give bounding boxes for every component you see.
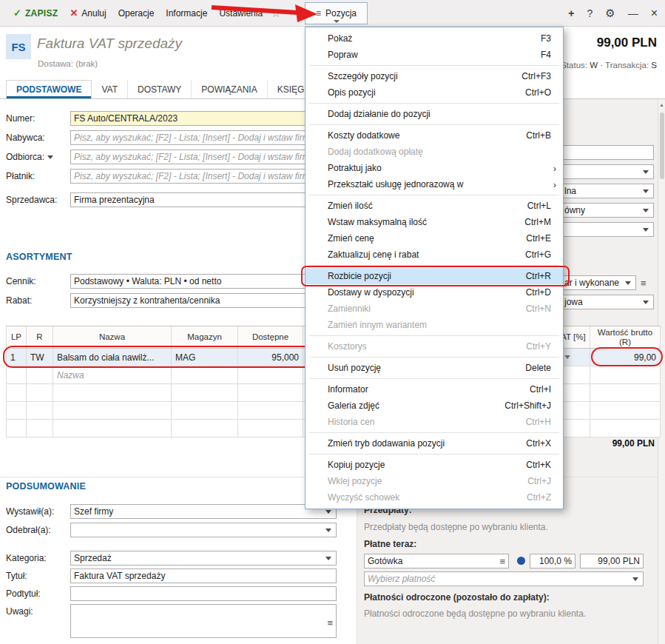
- hamburger-icon[interactable]: ≡: [499, 555, 505, 568]
- chevron-down-icon: [643, 189, 649, 193]
- chevron-down-icon: [643, 301, 649, 304]
- tab-podstawowe[interactable]: PODSTAWOWE: [6, 80, 92, 98]
- przedplaty-note: Przedpłaty będą dostępne po wybraniu kli…: [364, 522, 548, 532]
- help-icon[interactable]: ?: [587, 7, 593, 19]
- operations-menu-button[interactable]: Operacje: [112, 2, 161, 24]
- delivery-subtitle: Dostawa: (brak): [38, 59, 98, 68]
- scrollbar-thumb[interactable]: [660, 113, 664, 179]
- kategoria-label: Kategoria:: [6, 553, 47, 563]
- cancel-x-icon: ✕: [70, 7, 78, 19]
- information-menu-button[interactable]: Informacje: [160, 2, 213, 24]
- col-header-dostepne[interactable]: Dostępne: [238, 326, 303, 348]
- wystawil-select[interactable]: Szef firmy: [70, 504, 337, 519]
- menu-item-zmien-tryb[interactable]: Zmień tryb dodawania pozycjiCtrl+X: [306, 435, 563, 452]
- menu-item-galeria-zdjec[interactable]: Galeria zdjęćCtrl+Shift+J: [306, 398, 563, 414]
- nabywca-field[interactable]: Pisz, aby wyszukać; [F2] - Lista; [Inser…: [70, 130, 337, 145]
- numer-label: Numer:: [6, 113, 35, 124]
- hamburger-icon[interactable]: ≡: [641, 278, 647, 289]
- chevron-down-icon: [325, 557, 331, 560]
- hamburger-icon: ≡: [316, 8, 321, 19]
- asortyment-section-title: ASORTYMENT: [6, 252, 72, 262]
- scroll-up-icon[interactable]: ▲: [659, 102, 664, 107]
- podtytul-label: Podtytuł:: [6, 588, 41, 599]
- close-icon[interactable]: ×: [651, 7, 658, 20]
- menu-item-popraw[interactable]: PoprawF4: [306, 47, 563, 63]
- gear-icon[interactable]: ⚙: [605, 7, 615, 20]
- chevron-down-icon: [325, 529, 331, 532]
- tab-vat[interactable]: VAT: [92, 80, 128, 98]
- wartosc-cell: 99,00: [590, 349, 661, 366]
- menu-separator: [309, 265, 559, 266]
- kategoria-select[interactable]: Sprzedaż: [70, 551, 337, 566]
- podsumowanie-section-title: PODSUMOWANIE: [6, 481, 86, 492]
- menu-item-szczegoly-pozycji[interactable]: Szczegóły pozycjiCtrl+F3: [306, 68, 563, 84]
- chevron-down-icon: [643, 170, 649, 174]
- numer-field[interactable]: FS Auto/CENTRALA/2023: [70, 111, 337, 126]
- tab-dostawy[interactable]: DOSTAWY: [128, 80, 192, 98]
- position-menu-button[interactable]: ≡ Pozycja: [305, 2, 368, 24]
- cancel-button[interactable]: ✕ Anuluj: [64, 2, 112, 24]
- odbiorca-label[interactable]: Odbiorca:: [6, 152, 53, 162]
- menu-item-dodaj-dzialanie[interactable]: Dodaj działanie do pozycji: [306, 106, 563, 122]
- menu-item-dostawy-w-dyspozycji[interactable]: Dostawy w dyspozycjiCtrl+D: [306, 284, 563, 301]
- minimize-icon[interactable]: —: [628, 7, 638, 19]
- app-window: ✓ ZAPISZ ✕ Anuluj Operacje Informacje Us…: [0, 0, 665, 644]
- star-icon: ☆: [271, 7, 281, 19]
- menu-item-rozbicie-pozycji[interactable]: Rozbicie pozycji Ctrl+R: [306, 268, 563, 284]
- menu-item-przeksztalc-usluge[interactable]: Przekształć usługę jednorazową w›: [306, 176, 563, 192]
- menu-item-opis-pozycji[interactable]: Opis pozycjiCtrl+O: [306, 84, 563, 101]
- sprzedawca-label: Sprzedawca:: [6, 195, 57, 205]
- settings-menu-button[interactable]: Ustawienia: [213, 2, 269, 24]
- menu-item-koszty-dodatkowe[interactable]: Koszty dodatkoweCtrl+B: [306, 127, 563, 144]
- cennik-field[interactable]: Podstawowy • Waluta: PLN • od netto: [70, 274, 337, 289]
- menu-item-pokaz[interactable]: PokażF3: [306, 30, 563, 47]
- menu-item-wklej-pozycje: Wklej pozycjeCtrl+J: [306, 473, 563, 489]
- menu-item-wstaw-maksymalna-ilosc[interactable]: Wstaw maksymalną ilośćCtrl+M: [306, 214, 563, 230]
- menu-item-zaktualizuj-cene[interactable]: Zaktualizuj cenę i rabatCtrl+G: [306, 246, 563, 263]
- menu-item-zmien-ilosc[interactable]: Zmień ilośćCtrl+L: [306, 198, 563, 214]
- uwagi-textarea[interactable]: ≡: [70, 604, 337, 638]
- payment-method-select[interactable]: Gotówka ≡: [364, 554, 509, 568]
- menu-item-zmien-cene[interactable]: Zmień cenęCtrl+E: [306, 230, 563, 246]
- pin-icon[interactable]: +: [568, 7, 574, 19]
- menu-item-historia-cen: Historia cenCtrl+H: [306, 414, 563, 430]
- chevron-down-icon: [334, 20, 340, 23]
- col-header-r[interactable]: R: [27, 326, 53, 348]
- menu-item-potraktuj-jako[interactable]: Potraktuj jako›: [306, 160, 563, 176]
- menu-separator: [309, 124, 559, 125]
- rabat-field[interactable]: Korzystniejszy z kontrahenta/cennika: [70, 293, 337, 308]
- menu-separator: [309, 432, 559, 433]
- window-controls: + ? ⚙ — ×: [568, 7, 658, 20]
- payment-percent-field[interactable]: 100,0 %: [530, 554, 575, 568]
- sprzedawca-field[interactable]: Firma prezentacyjna: [70, 192, 337, 207]
- wybierz-platnosc-select[interactable]: Wybierz płatność: [364, 571, 644, 586]
- col-header-lp[interactable]: LP: [6, 326, 27, 348]
- new-row-placeholder: Nazwa: [57, 370, 84, 380]
- platnik-label: Płatnik:: [6, 171, 35, 181]
- col-header-wartosc-brutto[interactable]: Wartość brutto (R): [590, 326, 661, 348]
- menu-item-wyczysc-schowek: Wyczyść schowekCtrl+Z: [306, 489, 563, 506]
- menu-item-informator[interactable]: InformatorCtrl+I: [306, 381, 563, 398]
- chevron-down-icon: [632, 577, 638, 581]
- col-header-magazyn[interactable]: Magazyn: [172, 326, 238, 348]
- save-button[interactable]: ✓ ZAPISZ: [7, 2, 64, 24]
- uwagi-label: Uwagi:: [6, 606, 33, 617]
- odebral-select[interactable]: [70, 523, 337, 537]
- menu-item-kopiuj-pozycje[interactable]: Kopiuj pozycjeCtrl+K: [306, 457, 563, 473]
- odroczone-note: Płatności odroczone będą dostępne po wyb…: [364, 608, 586, 619]
- odroczone-label: Płatności odroczone (pozostało do zapłat…: [364, 592, 550, 603]
- menu-separator: [309, 335, 559, 336]
- hamburger-icon[interactable]: ≡: [327, 617, 333, 630]
- col-header-nazwa[interactable]: Nazwa: [53, 326, 172, 348]
- menu-separator: [309, 454, 559, 455]
- cennik-label: Cennik:: [6, 276, 36, 286]
- payment-amount-field[interactable]: 99,00 PLN: [580, 554, 644, 568]
- menu-item-usun-pozycje[interactable]: Usuń pozycjęDelete: [306, 360, 563, 376]
- favorites-star-button[interactable]: ☆: [269, 2, 297, 24]
- tab-powiazania[interactable]: POWIĄZANIA: [192, 80, 267, 98]
- podtytul-field[interactable]: [70, 586, 337, 601]
- platnik-field[interactable]: Pisz, aby wyszukać; [F2] - Lista; [Inser…: [70, 169, 337, 184]
- odbiorca-field[interactable]: Pisz, aby wyszukać; [F2] - Lista; [Inser…: [70, 150, 337, 164]
- tytul-field[interactable]: Faktura VAT sprzedaży: [70, 568, 337, 583]
- status-value: W: [590, 61, 598, 70]
